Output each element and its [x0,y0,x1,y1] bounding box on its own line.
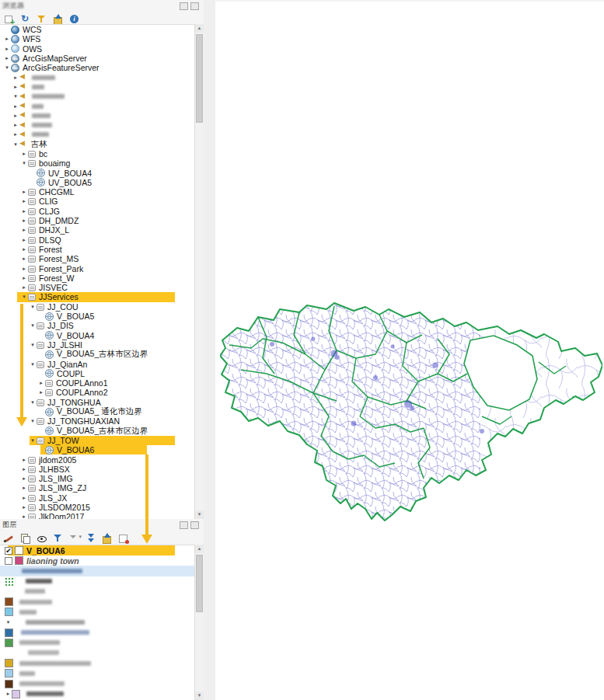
scrollbar-thumb[interactable] [196,34,203,123]
close-panel-icon[interactable] [190,2,199,10]
expand-arrow-icon[interactable]: ▸ [37,389,45,395]
tree-item[interactable]: ▸JLS_IMG_ZJ [0,483,195,493]
tree-item[interactable]: ▾吉林 [0,140,195,149]
tree-item[interactable]: COUPL [0,369,195,378]
tree-item[interactable]: ▸ [0,72,195,82]
collapse-arrow-icon[interactable]: ▾ [12,141,19,148]
expand-arrow-icon[interactable]: ▸ [20,208,28,214]
scroll-down-icon[interactable]: ▼ [195,510,204,519]
tree-item[interactable]: ▾JJ_JLSHI [0,340,195,350]
float-panel-icon[interactable] [180,521,188,529]
collapse-arrow-icon[interactable]: ▾ [12,93,19,99]
tree-item[interactable]: ▸DH_DMDZ [0,216,195,225]
tree-item[interactable]: V_BOUA6 [0,445,195,454]
expand-arrow-icon[interactable]: ▸ [3,36,11,42]
layer-row[interactable]: ▸ [0,689,195,699]
properties-icon[interactable] [69,14,80,25]
tree-item[interactable]: ▸OWS [0,44,195,54]
tree-item[interactable]: ▾JJ_TOW [0,436,195,445]
remove-layer-icon[interactable] [118,533,129,544]
tree-item[interactable]: ▸bc [0,149,195,158]
expand-arrow-icon[interactable]: ▸ [20,495,28,501]
tree-item[interactable]: ▸ [0,120,195,130]
layer-row[interactable] [0,587,195,597]
tree-item[interactable]: ▸JLHBSX [0,465,195,474]
expand-arrow-icon[interactable]: ▸ [20,189,28,195]
tree-item[interactable]: ▸ArcGisMapServer [0,54,195,63]
tree-item[interactable]: ▸ [0,130,195,139]
tree-item[interactable]: ▸Forest_Park [0,263,195,273]
layer-visibility-checkbox[interactable]: ✔ [5,547,12,555]
tree-item[interactable]: ▸ [0,82,195,92]
layer-row[interactable] [0,628,195,638]
expand-arrow-icon[interactable]: ▸ [20,284,28,291]
expand-arrow-icon[interactable]: ▸ [20,475,28,482]
layer-row[interactable] [0,607,195,617]
collapse-arrow-icon[interactable]: ▾ [29,361,37,367]
map-canvas[interactable] [220,300,602,525]
expand-arrow-icon[interactable]: ▸ [20,237,28,243]
scroll-down-icon[interactable]: ▼ [195,691,204,700]
layer-row[interactable] [0,658,195,668]
expand-arrow-icon[interactable]: ▸ [12,75,19,81]
collapse-arrow-icon[interactable]: ▾ [20,294,28,300]
collapse-arrow-icon[interactable]: ▾ [20,160,28,166]
close-panel-icon[interactable] [190,521,199,529]
tree-item[interactable]: V_BOUA4 [0,331,195,340]
layers-scrollbar[interactable]: ▲ ▼ [194,545,204,700]
filter-expression-icon[interactable] [69,533,80,544]
float-panel-icon[interactable] [180,2,188,10]
tree-item[interactable]: ▸CLIG [0,197,195,206]
tree-item[interactable]: ▸ [0,111,195,120]
expand-arrow-icon[interactable]: ▸ [5,691,12,697]
tree-item[interactable]: ▸JLS_JX [0,493,195,503]
tree-item[interactable]: ▸DLSQ [0,235,195,245]
expand-arrow-icon[interactable]: ▸ [20,514,28,519]
collapse-arrow-icon[interactable]: ▾ [29,399,37,406]
tree-item[interactable]: V_BOUA5_吉林市区边界 [0,426,195,435]
tree-item[interactable]: V_BOUA5_吉林市区边界 [0,350,195,359]
layer-row[interactable]: liaoning town [0,555,195,566]
layer-row[interactable] [0,678,195,688]
tree-item[interactable]: ▸JLS_IMG [0,474,195,483]
expand-arrow-icon[interactable]: ▸ [20,227,28,233]
expand-arrow-icon[interactable]: ▸ [20,457,28,463]
expand-arrow-icon[interactable]: ▸ [12,131,19,138]
collapse-arrow-icon[interactable]: ▾ [29,322,37,329]
expand-arrow-icon[interactable]: ▸ [20,218,28,224]
tree-item[interactable]: ▸ [0,101,195,110]
expand-arrow-icon[interactable]: ▸ [12,84,19,90]
expand-all-icon[interactable] [86,533,96,544]
tree-item[interactable]: ▸Forest_W [0,273,195,283]
expand-arrow-icon[interactable]: ▸ [20,504,28,510]
filter-icon[interactable] [37,14,47,25]
tree-item[interactable]: V_BOUA5 [0,312,195,321]
expand-arrow-icon[interactable]: ▸ [20,485,28,491]
tree-item[interactable]: ▾JJ_DIS [0,321,195,330]
filter-legend-icon[interactable] [53,533,64,544]
tree-item[interactable]: ▸JLSDOM2015 [0,503,195,512]
layer-row[interactable] [0,668,195,678]
layer-row[interactable] [0,597,195,607]
add-group-icon[interactable] [20,533,31,544]
tree-item[interactable]: ▾JJ_TONGHUA [0,398,195,407]
panel-splitter[interactable] [204,0,216,700]
collapse-arrow-icon[interactable]: ▾ [3,64,11,71]
expand-arrow-icon[interactable]: ▸ [20,275,28,281]
layer-row[interactable] [0,638,195,648]
tree-item[interactable]: ▸COUPLAnno2 [0,388,195,397]
scrollbar-thumb[interactable] [196,555,203,612]
expand-arrow-icon[interactable]: ▸ [20,466,28,472]
expand-arrow-icon[interactable]: ▸ [3,55,11,61]
map-themes-icon[interactable] [37,533,47,544]
layer-row[interactable] [0,566,195,576]
tree-item[interactable]: ▸DHJX_L [0,225,195,235]
styling-icon[interactable] [4,533,15,544]
tree-item[interactable]: ▸CHCGML [0,187,195,197]
tree-item[interactable]: ▾bouaimg [0,158,195,168]
expand-arrow-icon[interactable]: ▸ [20,266,28,272]
expand-arrow-icon[interactable]: ▸ [20,256,28,262]
tree-item[interactable]: ▾ArcGisFeatureServer [0,63,195,72]
tree-item[interactable]: ▸Forest_MS [0,254,195,263]
tree-item[interactable]: ▸jldom2005 [0,454,195,464]
